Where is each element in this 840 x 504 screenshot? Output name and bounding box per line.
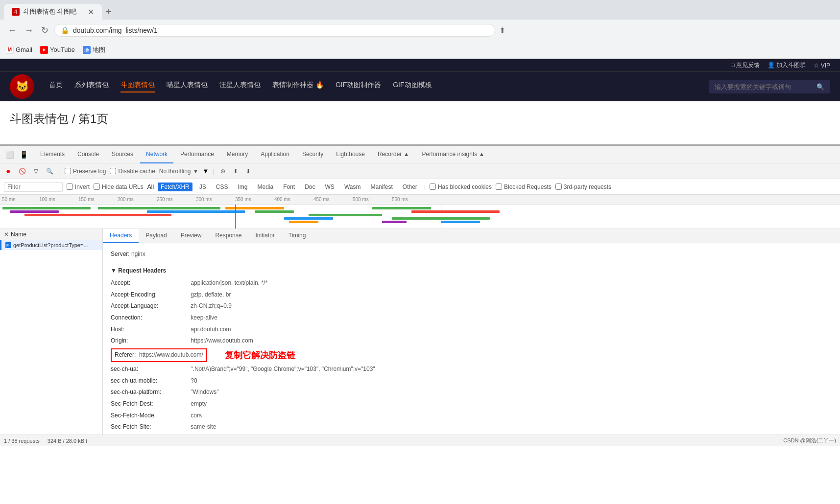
invert-checkbox-label[interactable]: Invert — [67, 183, 90, 190]
page-title: 斗图表情包 / 第1页 — [10, 111, 830, 127]
watermark: CSDN @阿浩(二丫一) — [783, 437, 836, 444]
search-icon[interactable]: 🔍 — [816, 83, 824, 91]
blocked-requests-label[interactable]: Blocked Requests — [496, 183, 552, 190]
header-sec-ch-ua: sec-ch-ua: ".Not/A)Brand";v="99", "Googl… — [111, 364, 832, 375]
detail-tab-headers[interactable]: Headers — [103, 229, 139, 243]
tab-console[interactable]: Console — [72, 146, 105, 163]
active-tab[interactable]: 斗 斗图表情包-斗图吧 ✕ — [4, 4, 102, 20]
detail-tab-initiator[interactable]: Initiator — [248, 229, 281, 243]
vip-link[interactable]: ☆ VIP — [814, 62, 830, 69]
site-logo[interactable]: 🐱 — [10, 74, 34, 99]
tab-memory[interactable]: Memory — [221, 146, 254, 163]
tab-elements[interactable]: Elements — [34, 146, 71, 163]
third-party-label[interactable]: 3rd-party requests — [555, 183, 611, 190]
header-referer: Referer: https://www.doutub.com/ 复制它解决防盗… — [111, 347, 832, 363]
filter-input[interactable] — [4, 182, 63, 192]
referer-highlighted: Referer: https://www.doutub.com/ — [111, 348, 207, 362]
upload-icon[interactable]: ⬆ — [231, 167, 240, 176]
filter-ws[interactable]: WS — [322, 183, 337, 191]
tab-sources[interactable]: Sources — [106, 146, 139, 163]
third-party-checkbox[interactable] — [555, 183, 562, 190]
tab-application[interactable]: Application — [255, 146, 295, 163]
bookmark-gmail[interactable]: M Gmail — [6, 46, 32, 54]
detail-tab-preview[interactable]: Preview — [174, 229, 209, 243]
join-group-link[interactable]: 👤 加入斗图群 — [768, 61, 806, 69]
inspect-icon[interactable]: ⬜ — [4, 149, 16, 160]
filter-media[interactable]: Media — [254, 183, 276, 191]
detail-tab-response[interactable]: Response — [208, 229, 248, 243]
header-sec-ch-ua-platform: sec-ch-ua-platform: "Windows" — [111, 387, 832, 398]
bookmark-youtube[interactable]: YouTube — [40, 46, 75, 54]
search-network-button[interactable]: 🔍 — [44, 167, 55, 176]
tab-security[interactable]: Security — [296, 146, 329, 163]
throttle-dropdown-icon[interactable]: ▼ — [202, 167, 209, 175]
filter-fetch-xhr[interactable]: Fetch/XHR — [158, 183, 192, 191]
record-button[interactable]: ● — [4, 166, 13, 177]
mobile-icon[interactable]: 📱 — [18, 149, 29, 160]
filter-manifest[interactable]: Manifest — [367, 183, 395, 191]
address-bar[interactable]: 🔒 doutub.com/img_lists/new/1 — [54, 24, 495, 37]
nav-gif-template[interactable]: GIF动图模板 — [393, 81, 432, 92]
filter-other[interactable]: Other — [400, 183, 420, 191]
invert-checkbox[interactable] — [67, 183, 73, 190]
forward-button[interactable]: → — [23, 23, 35, 38]
tab-close-button[interactable]: ✕ — [88, 7, 94, 17]
nav-home[interactable]: 首页 — [49, 81, 63, 92]
search-input[interactable] — [715, 83, 813, 91]
wifi-icon[interactable]: ⊛ — [218, 167, 227, 176]
preserve-log-label[interactable]: Preserve log — [65, 168, 106, 175]
request-headers-title[interactable]: ▼ Request Headers — [111, 266, 832, 276]
header-host: Host: api.doutub.com — [111, 324, 832, 335]
tab-lighthouse[interactable]: Lighthouse — [330, 146, 371, 163]
tab-performance-insights[interactable]: Performance insights ▲ — [416, 146, 491, 163]
tab-performance[interactable]: Performance — [174, 146, 220, 163]
has-blocked-cookies-label[interactable]: Has blocked cookies — [430, 183, 492, 190]
request-item[interactable]: F getProductList?productType=... — [0, 240, 102, 250]
nav-gif-maker[interactable]: GIF动图制作器 — [336, 81, 381, 92]
throttle-select[interactable]: No throttling ▼ — [159, 168, 199, 175]
clear-button[interactable]: 🚫 — [17, 167, 28, 176]
nav-cat[interactable]: 喵星人表情包 — [167, 81, 208, 92]
tl-350ms: 350 ms — [235, 197, 274, 202]
blocked-requests-checkbox[interactable] — [496, 183, 502, 190]
back-button[interactable]: ← — [6, 23, 19, 38]
request-type-icon: F — [5, 242, 11, 248]
page-content: 斗图表情包 / 第1页 — [0, 101, 840, 144]
youtube-favicon — [40, 46, 48, 54]
feedback-link[interactable]: □ 意见反馈 — [731, 61, 760, 69]
preserve-log-checkbox[interactable] — [65, 168, 71, 174]
hide-data-urls-label[interactable]: Hide data URLs — [94, 183, 144, 190]
disable-cache-checkbox[interactable] — [110, 168, 116, 174]
nav-series[interactable]: 系列表情包 — [74, 81, 109, 92]
detail-tab-timing[interactable]: Timing — [282, 229, 313, 243]
site-header: 🐱 首页 系列表情包 斗图表情包 喵星人表情包 汪星人表情包 表情制作神器 🔥 … — [0, 72, 840, 101]
share-button[interactable]: ⬆ — [499, 26, 505, 35]
tab-bar: 斗 斗图表情包-斗图吧 ✕ + — [0, 0, 840, 20]
disable-cache-label[interactable]: Disable cache — [110, 168, 155, 175]
status-bar: 1 / 38 requests 324 B / 28.0 kB t CSDN @… — [0, 435, 840, 446]
has-blocked-cookies-checkbox[interactable] — [430, 183, 436, 190]
nav-dotu[interactable]: 斗图表情包 — [120, 81, 155, 92]
hide-data-urls-checkbox[interactable] — [94, 183, 100, 190]
new-tab-button[interactable]: + — [102, 4, 116, 20]
filter-js[interactable]: JS — [196, 183, 209, 191]
filter-doc[interactable]: Doc — [302, 183, 318, 191]
refresh-button[interactable]: ↻ — [39, 23, 50, 38]
nav-maker[interactable]: 表情制作神器 🔥 — [272, 81, 324, 92]
header-origin: Origin: https://www.doutub.com — [111, 336, 832, 346]
detail-tab-payload[interactable]: Payload — [139, 229, 173, 243]
filter-img[interactable]: Img — [235, 183, 250, 191]
close-detail-button[interactable]: ✕ — [4, 231, 9, 238]
filter-font[interactable]: Font — [280, 183, 298, 191]
tab-recorder[interactable]: Recorder ▲ — [372, 146, 415, 163]
request-list-header: ✕ Name — [0, 229, 102, 240]
filter-wasm[interactable]: Wasm — [341, 183, 364, 191]
tab-network[interactable]: Network — [140, 146, 173, 163]
filter-css[interactable]: CSS — [213, 183, 231, 191]
download-icon[interactable]: ⬇ — [244, 167, 253, 176]
bookmark-maps[interactable]: 地 地图 — [83, 46, 105, 54]
site-search[interactable]: 🔍 — [709, 80, 830, 93]
filter-icon[interactable]: ▽ — [32, 167, 40, 176]
header-accept: Accept: application/json, text/plain, */… — [111, 278, 832, 289]
nav-dog[interactable]: 汪星人表情包 — [219, 81, 261, 92]
